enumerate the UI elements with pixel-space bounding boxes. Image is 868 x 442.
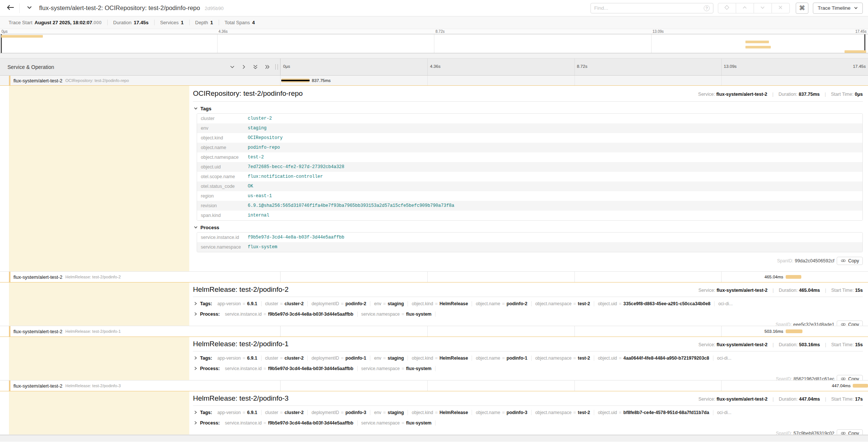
collapse-one-icon[interactable] [229, 64, 235, 69]
detail-footer: SpanID: 85621962d81c61ec Copy [193, 375, 863, 381]
tag-row: region us-east-1 [197, 191, 862, 201]
duration-value: 447.04ms [799, 397, 820, 402]
summary-item: Services 1 [154, 20, 189, 25]
copy-label: Copy [848, 322, 859, 326]
span-timeline-cell[interactable]: 503.16ms [281, 326, 868, 337]
expand-all-icon[interactable] [264, 64, 270, 70]
tag-pill: cluster=cluster-2 [262, 301, 308, 306]
keyboard-shortcuts-button[interactable]: ⌘ [796, 3, 808, 14]
timeline-gridline [574, 326, 575, 337]
process-summary-line[interactable]: Process: service.instance.id=f9b5e97d-3c… [193, 419, 863, 427]
tag-key: revision [197, 203, 245, 208]
span-timeline-cell[interactable]: 447.04ms [281, 381, 868, 391]
detail-meta: Service: flux-system/alert-test-2 | Dura… [698, 92, 863, 97]
span-row[interactable]: flux-system/alert-test-2 OCIRepository: … [0, 76, 868, 85]
duration-value: 837.75ms [799, 92, 820, 97]
span-bar[interactable] [786, 329, 802, 333]
timeline-gridline [574, 272, 575, 282]
start-time-value: 15s [855, 342, 863, 347]
link-icon [840, 322, 846, 326]
summary-label: Services [160, 20, 179, 25]
minimap-gap [0, 53, 868, 59]
span-name-cell[interactable]: flux-system/alert-test-2 OCIRepository: … [0, 76, 281, 85]
copy-span-id-button[interactable]: Copy [837, 321, 863, 326]
tag-value: podinfo-repo [245, 143, 283, 152]
start-time-value: 15s [855, 288, 863, 293]
span-row[interactable]: flux-system/alert-test-2 HelmRelease: te… [0, 272, 868, 282]
process-inline-label: Process: [200, 366, 220, 371]
span-name-cell[interactable]: flux-system/alert-test-2 HelmRelease: te… [0, 381, 281, 391]
ruler-gridline [721, 59, 722, 75]
detail-title[interactable]: HelmRelease: test-2/podinfo-3 [193, 394, 698, 402]
span-detail-panel: OCIRepository: test-2/podinfo-repo Servi… [0, 85, 868, 272]
copy-span-id-button[interactable]: Copy [837, 429, 863, 435]
tag-key: object.namespace [197, 155, 245, 160]
tag-pill: app-version=6.9.1 [213, 301, 261, 306]
expand-one-icon[interactable] [241, 64, 246, 70]
tags-summary-line[interactable]: Tags: app-version=6.9.1 cluster=cluster-… [193, 408, 863, 416]
chevron-right-icon [194, 421, 197, 425]
trace-view-selector[interactable]: Trace Timeline [813, 3, 863, 14]
duration-label: Duration: [779, 288, 798, 293]
service-color-stripe [9, 381, 10, 391]
detail-title[interactable]: HelmRelease: test-2/podinfo-1 [193, 340, 698, 348]
service-label: Service: [698, 92, 715, 97]
tags-summary-line[interactable]: Tags: app-version=6.9.1 cluster=cluster-… [193, 300, 863, 307]
detail-meta: Service: flux-system/alert-test-2 | Dura… [698, 342, 863, 347]
detail-title[interactable]: HelmRelease: test-2/podinfo-2 [193, 285, 698, 294]
span-bar[interactable] [281, 79, 310, 82]
minimap-canvas[interactable] [0, 34, 868, 53]
detail-header: HelmRelease: test-2/podinfo-3 Service: f… [193, 394, 863, 406]
timeline-grid-header: Service & Operation 0μs 4.36s 8.72s 13.0… [0, 59, 868, 76]
service-label: Service: [698, 397, 715, 402]
prev-result-button[interactable] [736, 3, 754, 13]
span-operation-name: OCIRepository: test-2/podinfo-repo [65, 78, 129, 83]
span-timeline-cell[interactable]: 465.04ms [281, 272, 868, 282]
service-value: flux-system/alert-test-2 [716, 397, 767, 402]
timeline-gridline [427, 76, 428, 85]
tags-summary-line[interactable]: Tags: app-version=6.9.1 cluster=cluster-… [193, 354, 863, 362]
column-resizer-grip[interactable] [275, 64, 278, 70]
tags-table: cluster cluster-2 env staging object.kin… [197, 113, 863, 221]
tag-pill: env=staging [370, 356, 408, 361]
next-result-button[interactable] [754, 3, 772, 13]
process-summary-line[interactable]: Process: service.instance.id=f9b5e97d-3c… [193, 310, 863, 318]
span-bar[interactable] [786, 275, 801, 279]
tags-section-toggle[interactable]: Tags [194, 106, 863, 111]
tag-value: flux:notification-controller [245, 173, 326, 181]
focus-match-button[interactable] [718, 3, 736, 13]
tag-pill: object.kind=HelmRelease [408, 301, 472, 306]
summary-item: Duration 17.45s [107, 20, 154, 25]
collapse-all-icon[interactable] [253, 64, 258, 70]
tag-pill: deploymentID=podinfo-3 [308, 410, 370, 415]
back-button[interactable] [5, 3, 16, 13]
copy-span-id-button[interactable]: Copy [837, 257, 863, 265]
span-duration-label: 837.75ms [310, 78, 333, 83]
span-name-cell[interactable]: flux-system/alert-test-2 HelmRelease: te… [0, 272, 281, 282]
span-timeline-cell[interactable]: 837.75ms [281, 76, 868, 85]
tag-key: otel.status_code [197, 184, 245, 189]
span-row[interactable]: flux-system/alert-test-2 HelmRelease: te… [0, 381, 868, 391]
minimap-span-bar [745, 46, 771, 48]
tag-value: internal [245, 211, 272, 220]
help-icon[interactable]: ? [704, 5, 710, 11]
copy-span-id-button[interactable]: Copy [837, 375, 863, 381]
span-name-cell[interactable]: flux-system/alert-test-2 HelmRelease: te… [0, 326, 281, 337]
tags-inline-label: Tags: [200, 301, 212, 306]
process-summary-line[interactable]: Process: service.instance.id=f9b5e97d-3c… [193, 364, 863, 372]
tag-pill: env=staging [370, 301, 408, 306]
span-id-label: SpanID: [776, 431, 792, 435]
timeline-minimap: 0μs 4.36s 8.72s 13.09s 17.45s [0, 29, 868, 59]
summary-label: Duration [113, 20, 132, 25]
tag-pill: cluster=cluster-2 [262, 410, 308, 415]
tag-pill: object.name=podinfo-2 [472, 301, 531, 306]
collapse-header-button[interactable] [25, 3, 34, 13]
span-id-value: 85621962d81c61ec [793, 376, 834, 381]
copy-label: Copy [848, 376, 859, 381]
clear-search-button[interactable] [772, 3, 790, 13]
find-input[interactable] [594, 5, 704, 11]
span-row[interactable]: flux-system/alert-test-2 HelmRelease: te… [0, 326, 868, 337]
span-bar[interactable] [853, 384, 868, 388]
process-section-toggle[interactable]: Process [194, 225, 863, 230]
detail-title[interactable]: OCIRepository: test-2/podinfo-repo [193, 89, 698, 98]
